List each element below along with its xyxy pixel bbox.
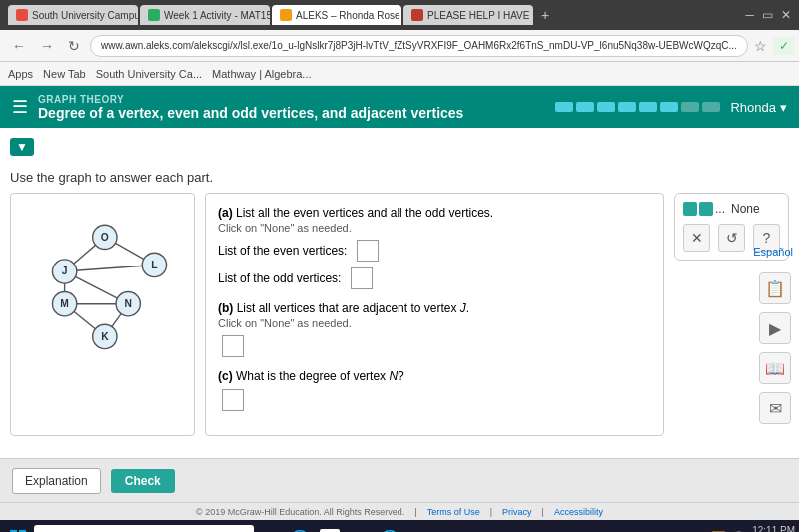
vertex-K-label: K bbox=[101, 331, 109, 342]
tool-book-button[interactable]: 📖 bbox=[759, 352, 791, 384]
part-c-label: (c) bbox=[218, 369, 233, 383]
none-label[interactable]: None bbox=[731, 202, 760, 216]
forward-button[interactable]: → bbox=[36, 36, 58, 56]
accessibility-link[interactable]: Accessibility bbox=[554, 507, 603, 517]
folder-icon: 📁 bbox=[350, 529, 370, 533]
answer-top: ... None bbox=[683, 202, 780, 216]
tab-aleks[interactable]: ALEKS – Rhonda Rose ✕ bbox=[272, 5, 401, 25]
window-controls: ─ ▭ ✕ bbox=[745, 8, 791, 22]
restore-icon[interactable]: ▭ bbox=[762, 8, 773, 22]
vertex-L-label: L bbox=[151, 260, 157, 270]
bookmarks-bar: Apps New Tab South University Ca... Math… bbox=[0, 62, 799, 86]
question-panel: (a) List all the even vertices and all t… bbox=[205, 193, 664, 436]
check-button[interactable]: Check bbox=[111, 469, 175, 493]
tab-south[interactable]: South University Campus Comm... ✕ bbox=[8, 5, 138, 25]
degree-input[interactable] bbox=[222, 389, 244, 411]
bottom-bar: Explanation Check bbox=[0, 458, 799, 502]
degree-row bbox=[218, 389, 651, 411]
verified-icon: ✓ bbox=[773, 37, 795, 55]
user-dropdown-icon: ▾ bbox=[780, 100, 787, 115]
graph-svg: O J L M N K bbox=[16, 199, 189, 358]
aleks-tab-icon bbox=[280, 9, 292, 21]
instruction-text: Use the graph to answer each part. bbox=[10, 170, 789, 185]
task-view-button[interactable]: ⧉ bbox=[256, 524, 284, 532]
vertex-J-label: J bbox=[62, 266, 68, 276]
progress-bar bbox=[555, 102, 720, 112]
privacy-link[interactable]: Privacy bbox=[502, 507, 532, 517]
content-area: O J L M N K (a) List all the even vertic… bbox=[10, 193, 789, 436]
footer-bar: © 2019 McGraw-Hill Education. All Rights… bbox=[0, 502, 799, 520]
tool-notes-button[interactable]: 📋 bbox=[759, 272, 791, 304]
bookmark-newtab[interactable]: New Tab bbox=[43, 68, 86, 80]
prog-7 bbox=[681, 102, 699, 112]
prog-4 bbox=[618, 102, 636, 112]
even-vertices-label: List of the even vertices: bbox=[218, 244, 347, 258]
part-a-subtext: Click on "None" as needed. bbox=[218, 222, 651, 234]
tab-help[interactable]: PLEASE HELP I HAVE NO CLUE H... ✕ bbox=[403, 5, 533, 25]
new-tab-button[interactable]: + bbox=[535, 5, 555, 25]
star-icon[interactable]: ☆ bbox=[754, 38, 767, 54]
chrome2-icon: 🌐 bbox=[380, 529, 400, 533]
menu-icon[interactable]: ☰ bbox=[12, 96, 28, 118]
question-part-c: (c) What is the degree of vertex N? bbox=[218, 369, 651, 411]
explanation-button[interactable]: Explanation bbox=[12, 468, 101, 494]
prog-3 bbox=[597, 102, 615, 112]
minimize-icon[interactable]: ─ bbox=[745, 8, 754, 22]
tab-aleks-label: ALEKS – Rhonda Rose bbox=[296, 10, 400, 21]
part-a-label: (a) bbox=[218, 206, 233, 220]
tool-mail-button[interactable]: ✉ bbox=[759, 392, 791, 424]
bookmark-south[interactable]: South University Ca... bbox=[96, 68, 202, 80]
vertex-N-label: N bbox=[125, 298, 132, 309]
taskbar: 🔍 Type here to search ⧉ 🌐 W 📁 🌐 📶 🔊 12:1… bbox=[0, 520, 799, 532]
terms-link[interactable]: Terms of Use bbox=[427, 507, 480, 517]
tool-video-button[interactable]: ▶ bbox=[759, 312, 791, 344]
side-toolbar: 📋 ▶ 📖 ✉ bbox=[759, 272, 791, 424]
ans-sq-2 bbox=[699, 202, 713, 216]
refresh-answer-button[interactable]: ↺ bbox=[718, 224, 745, 252]
close-answer-button[interactable]: ✕ bbox=[683, 224, 710, 252]
graph-panel: O J L M N K bbox=[10, 193, 195, 436]
prog-5 bbox=[639, 102, 657, 112]
aleks-header: ☰ GRAPH THEORY Degree of a vertex, even … bbox=[0, 86, 799, 128]
taskbar-search-box[interactable]: 🔍 Type here to search bbox=[34, 525, 254, 532]
user-name-label: Rhonda bbox=[730, 100, 776, 115]
footer-sep-2: | bbox=[490, 507, 492, 517]
page-title: Degree of a vertex, even and odd vertice… bbox=[38, 105, 463, 121]
user-menu[interactable]: Rhonda ▾ bbox=[730, 100, 787, 115]
bookmark-apps[interactable]: Apps bbox=[8, 68, 33, 80]
part-b-subtext: Click on "None" as needed. bbox=[218, 317, 651, 329]
taskbar-clock: 12:11 PM 9/24/2019 bbox=[751, 524, 796, 532]
url-bar[interactable]: www.awn.aleks.com/alekscgi/x/lsl.exe/1o_… bbox=[90, 35, 748, 57]
taskbar-right: 📶 🔊 12:11 PM 9/24/2019 bbox=[711, 524, 796, 532]
collapse-button[interactable]: ▼ bbox=[10, 138, 34, 156]
prog-8 bbox=[702, 102, 720, 112]
folder-taskbar-button[interactable]: 📁 bbox=[346, 524, 374, 532]
start-button[interactable] bbox=[4, 524, 32, 532]
section-label: GRAPH THEORY bbox=[38, 94, 463, 105]
even-vertices-input[interactable] bbox=[357, 240, 379, 262]
help-tab-icon bbox=[411, 9, 423, 21]
close-icon[interactable]: ✕ bbox=[781, 8, 791, 22]
tab-week[interactable]: Week 1 Activity - MAT1500 Colle... ✕ bbox=[140, 5, 270, 25]
prog-2 bbox=[576, 102, 594, 112]
reload-button[interactable]: ↻ bbox=[64, 36, 84, 56]
chrome-icon: 🌐 bbox=[290, 529, 310, 533]
back-button[interactable]: ← bbox=[8, 36, 30, 56]
clock-time: 12:11 PM bbox=[751, 524, 796, 532]
chrome-taskbar-button[interactable]: 🌐 bbox=[286, 524, 314, 532]
espanol-button[interactable]: Español bbox=[753, 246, 793, 258]
week-tab-icon bbox=[148, 9, 160, 21]
chrome2-taskbar-button[interactable]: 🌐 bbox=[376, 524, 403, 532]
bookmark-mathway[interactable]: Mathway | Algebra... bbox=[212, 68, 311, 80]
prog-6 bbox=[660, 102, 678, 112]
part-b-label: (b) bbox=[218, 301, 233, 315]
copyright-text: © 2019 McGraw-Hill Education. All Rights… bbox=[196, 507, 404, 517]
tab-week-label: Week 1 Activity - MAT1500 Colle... bbox=[164, 10, 270, 21]
ellipsis: ... bbox=[715, 202, 725, 216]
odd-vertices-input[interactable] bbox=[351, 267, 373, 289]
answer-squares: ... bbox=[683, 202, 725, 216]
word-taskbar-button[interactable]: W bbox=[316, 524, 344, 532]
adjacent-vertices-input[interactable] bbox=[222, 335, 244, 357]
question-part-a: (a) List all the even vertices and all t… bbox=[218, 206, 651, 289]
url-text: www.awn.aleks.com/alekscgi/x/lsl.exe/1o_… bbox=[101, 40, 737, 51]
